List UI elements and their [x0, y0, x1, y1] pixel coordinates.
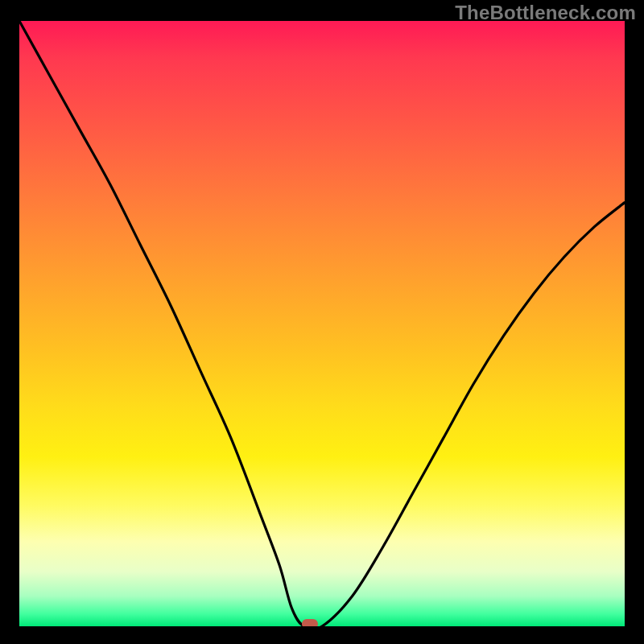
optimum-marker	[302, 619, 318, 626]
chart-frame: TheBottleneck.com	[0, 0, 644, 644]
bottleneck-curve	[19, 21, 625, 626]
plot-area	[19, 21, 625, 626]
curve-path	[19, 21, 625, 626]
watermark-text: TheBottleneck.com	[455, 2, 636, 24]
